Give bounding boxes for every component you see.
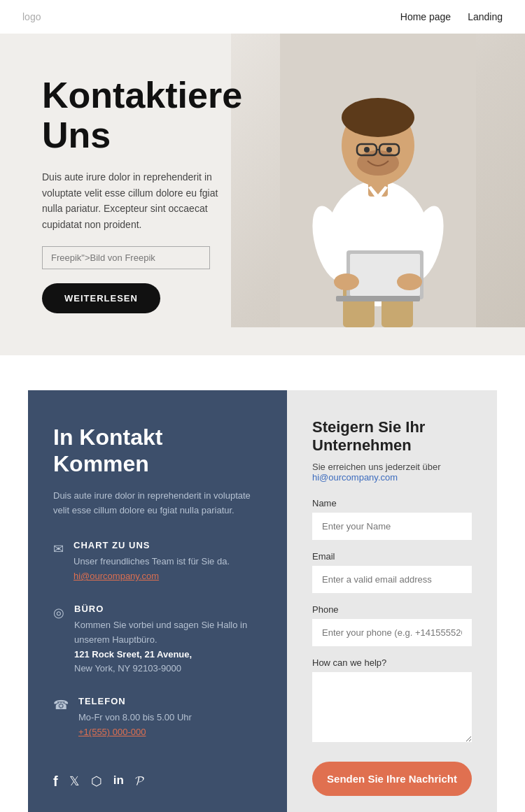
- form-message-label: How can we help?: [312, 657, 472, 668]
- form-email-group: Email: [312, 551, 472, 593]
- nav-logo: logo: [22, 11, 41, 22]
- contact-right-panel: Steigern Sie Ihr Unternehmen Sie erreich…: [287, 390, 497, 812]
- contact-section: In Kontakt Kommen Duis aute irure dolor …: [28, 390, 497, 812]
- chat-icon: ✉: [53, 541, 64, 557]
- hero-content: Kontaktiere Uns Duis aute irure dolor in…: [0, 34, 266, 355]
- form-submit-button[interactable]: Senden Sie Ihre Nachricht: [312, 762, 472, 796]
- linkedin-icon[interactable]: in: [113, 774, 124, 790]
- contact-email-link[interactable]: hi@ourcompany.com: [312, 472, 398, 483]
- contact-chat-link[interactable]: hi@ourcompany.com: [74, 571, 159, 581]
- contact-left-description: Duis aute irure dolor in reprehenderit i…: [53, 489, 262, 518]
- office-icon: ◎: [53, 605, 64, 620]
- nav-links: Home page Landing: [400, 11, 503, 22]
- svg-rect-17: [336, 296, 420, 301]
- hero-section: Kontaktiere Uns Duis aute irure dolor in…: [0, 34, 525, 355]
- contact-phone-link[interactable]: +1(555) 000-000: [78, 727, 146, 737]
- svg-point-12: [386, 147, 392, 152]
- contact-office-title: BÜRO: [74, 604, 262, 614]
- contact-phone-text: Mo-Fr von 8.00 bis 5.00 Uhr: [78, 711, 192, 725]
- form-phone-label: Phone: [312, 604, 472, 615]
- contact-chat-content: CHART ZU UNS Unser freundliches Team ist…: [74, 540, 230, 584]
- hero-button[interactable]: WEITERLESEN: [42, 283, 160, 313]
- hero-description: Duis aute irure dolor in reprehenderit i…: [42, 169, 238, 232]
- svg-point-18: [334, 273, 359, 290]
- contact-address-line2: New York, NY 92103-9000: [74, 663, 181, 674]
- instagram-icon[interactable]: ⬡: [91, 774, 102, 790]
- contact-item-office: ◎ BÜRO Kommen Sie vorbei und sagen Sie H…: [53, 604, 262, 676]
- form-email-label: Email: [312, 551, 472, 562]
- facebook-icon[interactable]: f: [53, 774, 58, 790]
- contact-right-subtitle: Sie erreichen uns jederzeit über hi@ourc…: [312, 462, 472, 483]
- form-message-textarea[interactable]: [312, 672, 472, 742]
- twitter-icon[interactable]: 𝕏: [69, 774, 80, 790]
- contact-chat-title: CHART ZU UNS: [74, 540, 230, 550]
- contact-address-line1: 121 Rock Sreet, 21 Avenue,: [74, 649, 192, 660]
- hero-man-svg: [280, 34, 476, 327]
- form-name-group: Name: [312, 498, 472, 540]
- nav-landing[interactable]: Landing: [468, 11, 503, 22]
- contact-chat-text: Unser freundliches Team ist für Sie da.: [74, 555, 230, 569]
- contact-office-content: BÜRO Kommen Sie vorbei und sagen Sie Hal…: [74, 604, 262, 676]
- svg-point-7: [357, 150, 399, 176]
- pinterest-icon[interactable]: 𝓟: [135, 774, 144, 790]
- hero-image-bg: [231, 34, 525, 327]
- form-email-input[interactable]: [312, 566, 472, 593]
- contact-subtitle-text: Sie erreichen uns jederzeit über: [312, 462, 441, 472]
- form-phone-group: Phone: [312, 604, 472, 646]
- contact-office-address: 121 Rock Sreet, 21 Avenue, New York, NY …: [74, 648, 262, 677]
- form-name-label: Name: [312, 498, 472, 508]
- navbar: logo Home page Landing: [0, 0, 525, 34]
- contact-phone-title: TELEFON: [78, 696, 192, 706]
- contact-left-panel: In Kontakt Kommen Duis aute irure dolor …: [28, 390, 287, 812]
- contact-item-chat: ✉ CHART ZU UNS Unser freundliches Team i…: [53, 540, 262, 584]
- hero-title: Kontaktiere Uns: [42, 76, 238, 155]
- contact-phone-content: TELEFON Mo-Fr von 8.00 bis 5.00 Uhr +1(5…: [78, 696, 192, 740]
- social-icons: f 𝕏 ⬡ in 𝓟: [53, 774, 262, 790]
- contact-item-phone: ☎ TELEFON Mo-Fr von 8.00 bis 5.00 Uhr +1…: [53, 696, 262, 740]
- contact-left-title: In Kontakt Kommen: [53, 424, 262, 478]
- svg-point-6: [342, 98, 414, 137]
- nav-home[interactable]: Home page: [400, 11, 451, 22]
- svg-point-11: [364, 147, 370, 152]
- contact-office-text: Kommen Sie vorbei und sagen Sie Hallo in…: [74, 618, 262, 648]
- form-message-group: How can we help?: [312, 657, 472, 745]
- form-phone-input[interactable]: [312, 619, 472, 646]
- phone-icon: ☎: [53, 697, 69, 713]
- contact-right-title: Steigern Sie Ihr Unternehmen: [312, 418, 472, 455]
- form-name-input[interactable]: [312, 513, 472, 540]
- hero-input[interactable]: [42, 246, 210, 269]
- section-divider: [0, 355, 525, 390]
- svg-point-19: [397, 273, 422, 290]
- hero-image: [231, 34, 525, 355]
